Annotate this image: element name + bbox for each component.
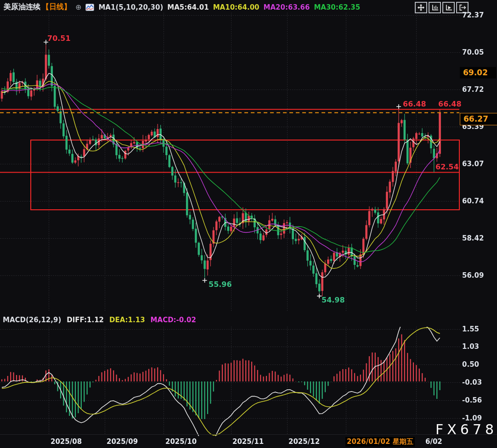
watermark: FX678 bbox=[435, 421, 497, 437]
time-label: 2025/11 bbox=[232, 437, 264, 446]
macd-params-label: MACD(26,12,9) bbox=[3, 316, 61, 324]
price-tick: 60.74 bbox=[462, 197, 484, 205]
support-price-label: 62.54 bbox=[435, 163, 459, 171]
price-tick: 58.42 bbox=[462, 234, 484, 242]
last-price-badge: 66.27 bbox=[460, 113, 497, 125]
ma-params-label: MA1(5,10,20,30) bbox=[98, 3, 163, 11]
ma10-value: MA10:64.00 bbox=[213, 3, 260, 11]
peak-price-label: 70.51 bbox=[47, 35, 71, 42]
period-tag[interactable]: 【日线】 bbox=[42, 2, 71, 12]
time-label-highlight: 2026/01/02 星期五 bbox=[345, 437, 415, 447]
mini-chart-icon bbox=[85, 4, 94, 11]
price-tick: 72.37 bbox=[462, 11, 484, 19]
macd-value: MACD:-0.02 bbox=[151, 316, 196, 324]
ref-price-badge: 69.02 bbox=[460, 67, 496, 78]
macd-diff-value: DIFF:1.12 bbox=[67, 316, 104, 324]
macd-tick: 0.50 bbox=[462, 360, 479, 369]
time-label: 2025/09 bbox=[107, 437, 138, 446]
macd-tick: -0.56 bbox=[462, 396, 482, 404]
oct-low-label: 55.96 bbox=[209, 281, 232, 288]
axis-scale-icon[interactable] bbox=[429, 2, 441, 13]
macd-tick: 1.03 bbox=[462, 342, 479, 351]
macd-dea-value: DEA:1.13 bbox=[109, 316, 145, 324]
dec-low-label: 54.98 bbox=[322, 297, 345, 304]
time-label: 2025/12 bbox=[288, 437, 320, 446]
ma30-value: MA30:62.35 bbox=[314, 3, 360, 11]
ma5-value: MA5:64.01 bbox=[167, 3, 209, 11]
macd-tick: 1.55 bbox=[462, 325, 479, 333]
chart-toolbar bbox=[415, 2, 469, 13]
circle-plus-icon[interactable]: ⊕ bbox=[75, 3, 81, 11]
price-tick: 56.09 bbox=[462, 271, 484, 280]
resistance-label: 66.48 bbox=[403, 101, 426, 108]
time-label: 2025/10 bbox=[165, 437, 197, 446]
axis-play-icon[interactable] bbox=[442, 2, 455, 13]
time-axis-divider bbox=[0, 434, 497, 435]
trading-chart-window: 美原油连续 【日线】 ⊕ MA1(5,10,20,30) MA5:64.01 M… bbox=[0, 0, 497, 448]
price-tick: 67.72 bbox=[462, 85, 484, 94]
price-tick: 63.07 bbox=[462, 160, 484, 168]
move-icon[interactable] bbox=[415, 2, 427, 13]
chart-header: 美原油连续 【日线】 ⊕ MA1(5,10,20,30) MA5:64.01 M… bbox=[4, 2, 360, 12]
symbol-title: 美原油连续 bbox=[4, 2, 40, 12]
macd-header: MACD(26,12,9) DIFF:1.12 DEA:1.13 MACD:-0… bbox=[3, 316, 196, 324]
time-label: 2025/08 bbox=[51, 437, 82, 446]
resistance-label-2: 66.48 bbox=[438, 101, 462, 108]
price-tick: 70.05 bbox=[462, 48, 484, 56]
chart-canvas[interactable] bbox=[0, 0, 497, 448]
time-label-partial: 6/02 bbox=[425, 437, 442, 446]
macd-tick: -0.03 bbox=[462, 378, 482, 386]
ma20-value: MA20:63.66 bbox=[264, 3, 310, 11]
